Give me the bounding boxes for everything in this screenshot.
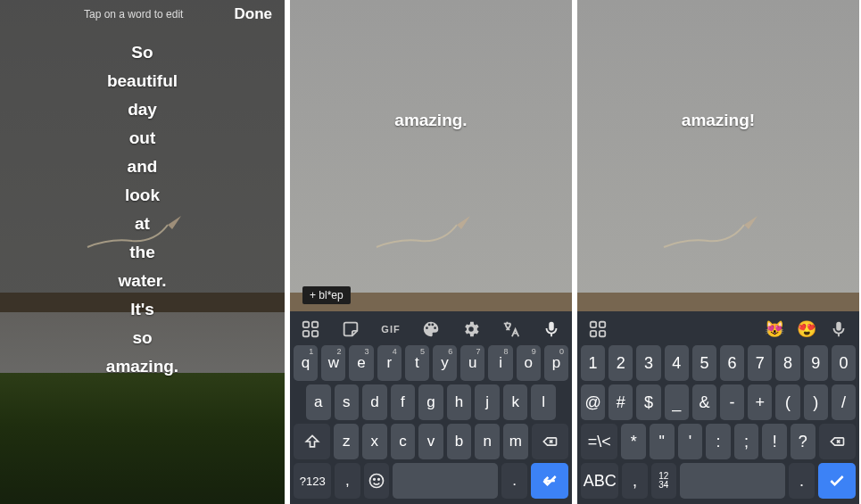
- word-item[interactable]: so: [132, 328, 152, 348]
- grid-icon[interactable]: [301, 319, 320, 339]
- key-v[interactable]: v: [418, 424, 443, 459]
- key-a[interactable]: a: [306, 384, 331, 420]
- mic-icon[interactable]: [542, 319, 561, 339]
- key-4[interactable]: 4: [665, 345, 689, 381]
- key-backspace[interactable]: [819, 424, 856, 459]
- gif-button[interactable]: GIF: [381, 319, 401, 339]
- key-dash[interactable]: -: [720, 384, 744, 420]
- key-at[interactable]: @: [581, 384, 605, 420]
- kb-row-4: ABC , 1234 .: [581, 463, 856, 499]
- key-slash[interactable]: /: [832, 384, 856, 420]
- emoji-hearteyes-icon[interactable]: 😍: [797, 319, 816, 339]
- translate-icon[interactable]: [501, 319, 521, 339]
- key-1[interactable]: 1: [581, 345, 605, 381]
- key-p[interactable]: p0: [544, 345, 568, 381]
- key-w[interactable]: w2: [321, 345, 345, 381]
- key-7[interactable]: 7: [748, 345, 772, 381]
- key-comma[interactable]: ,: [622, 463, 647, 499]
- key-backspace[interactable]: [532, 424, 568, 459]
- key-b[interactable]: b: [447, 424, 472, 459]
- key-9[interactable]: 9: [804, 345, 828, 381]
- done-button[interactable]: Done: [235, 5, 273, 23]
- palette-icon[interactable]: [421, 319, 441, 339]
- key-colon[interactable]: :: [706, 424, 731, 459]
- key-z[interactable]: z: [334, 424, 359, 459]
- key-period[interactable]: .: [501, 463, 526, 499]
- key-s[interactable]: s: [335, 384, 360, 420]
- word-item[interactable]: look: [125, 186, 160, 205]
- key-r[interactable]: r4: [377, 345, 402, 381]
- mic-icon[interactable]: [829, 319, 849, 339]
- key-i[interactable]: i8: [488, 345, 512, 381]
- word-item[interactable]: at: [135, 214, 150, 234]
- gear-icon[interactable]: [461, 319, 481, 339]
- key-k[interactable]: k: [503, 384, 528, 420]
- key-comma[interactable]: ,: [335, 463, 360, 499]
- key-enter[interactable]: [531, 463, 568, 499]
- key-plus[interactable]: +: [748, 384, 772, 420]
- word-item[interactable]: and: [128, 157, 158, 177]
- bleep-chip[interactable]: + bl*ep: [302, 286, 351, 304]
- sticker-icon[interactable]: [341, 319, 360, 339]
- word-item[interactable]: out: [129, 128, 156, 148]
- key-shift[interactable]: [294, 424, 330, 459]
- key-space[interactable]: [680, 463, 786, 499]
- key-hash[interactable]: #: [608, 384, 633, 420]
- key-5[interactable]: 5: [692, 345, 716, 381]
- key-exclaim[interactable]: !: [762, 424, 787, 459]
- word-item[interactable]: amazing.: [106, 357, 178, 376]
- emoji-sunglasses-icon[interactable]: 😻: [765, 319, 784, 339]
- panel-qwerty: amazing. + bl*ep GIF q1: [290, 0, 572, 504]
- key-question[interactable]: ?: [791, 424, 815, 459]
- key-t[interactable]: t5: [405, 345, 429, 381]
- word-item[interactable]: So: [131, 43, 153, 62]
- key-q[interactable]: q1: [294, 345, 318, 381]
- key-amp[interactable]: &: [692, 384, 716, 420]
- key-d[interactable]: d: [362, 384, 387, 420]
- editing-word[interactable]: amazing.: [290, 111, 572, 130]
- key-y[interactable]: y6: [433, 345, 457, 381]
- word-item[interactable]: day: [128, 100, 157, 120]
- key-emoji[interactable]: [364, 463, 389, 499]
- svg-point-4: [369, 475, 383, 488]
- key-space[interactable]: [393, 463, 499, 499]
- key-2[interactable]: 2: [608, 345, 633, 381]
- grid-icon[interactable]: [588, 319, 608, 339]
- key-0[interactable]: 0: [832, 345, 856, 381]
- key-m[interactable]: m: [503, 424, 528, 459]
- key-j[interactable]: j: [475, 384, 500, 420]
- key-star[interactable]: *: [621, 424, 646, 459]
- key-f[interactable]: f: [391, 384, 416, 420]
- key-symbols[interactable]: ?123: [294, 463, 331, 499]
- key-3[interactable]: 3: [636, 345, 660, 381]
- word-item[interactable]: beautiful: [107, 71, 178, 91]
- svg-rect-2: [303, 331, 309, 336]
- key-6[interactable]: 6: [720, 345, 744, 381]
- key-apostrophe[interactable]: ': [678, 424, 703, 459]
- key-abc[interactable]: ABC: [581, 463, 618, 499]
- key-dollar[interactable]: $: [636, 384, 660, 420]
- key-enter[interactable]: [818, 463, 856, 499]
- key-x[interactable]: x: [362, 424, 387, 459]
- word-item[interactable]: water.: [119, 271, 167, 291]
- key-l[interactable]: l: [531, 384, 556, 420]
- key-period[interactable]: .: [789, 463, 814, 499]
- key-8[interactable]: 8: [775, 345, 799, 381]
- key-g[interactable]: g: [418, 384, 443, 420]
- key-c[interactable]: c: [391, 424, 416, 459]
- key-semicolon[interactable]: ;: [734, 424, 759, 459]
- key-o[interactable]: o9: [517, 345, 541, 381]
- word-item[interactable]: It's: [130, 300, 154, 319]
- key-underscore[interactable]: _: [665, 384, 689, 420]
- word-item[interactable]: the: [129, 243, 155, 262]
- key-u[interactable]: u7: [460, 345, 484, 381]
- key-e[interactable]: e3: [349, 345, 373, 381]
- key-rparen[interactable]: ): [804, 384, 828, 420]
- key-lparen[interactable]: (: [775, 384, 799, 420]
- key-n[interactable]: n: [475, 424, 500, 459]
- key-quote[interactable]: ": [650, 424, 675, 459]
- key-numpad[interactable]: 1234: [651, 463, 676, 499]
- key-more-symbols[interactable]: =\<: [581, 424, 617, 459]
- editing-word[interactable]: amazing!: [577, 111, 859, 130]
- key-h[interactable]: h: [447, 384, 472, 420]
